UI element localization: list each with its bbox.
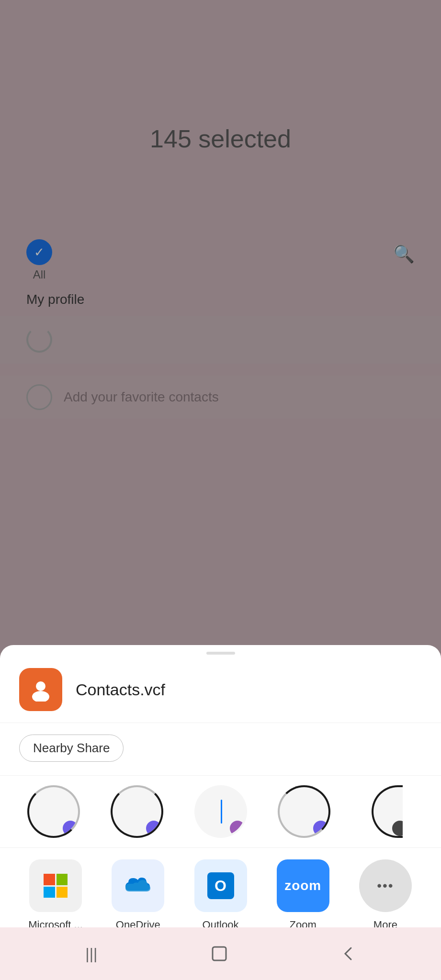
ms-cell-red (44, 874, 55, 885)
avatar-circle-4 (278, 785, 330, 838)
outlook-box-icon: O (207, 872, 234, 899)
svg-rect-2 (213, 947, 226, 960)
avatar-badge-2 (146, 821, 161, 836)
avatar-badge-1 (63, 821, 78, 836)
app-icon-zoom: zoom (277, 859, 329, 912)
nav-home-button[interactable] (211, 945, 228, 962)
avatar-item-3[interactable] (181, 785, 260, 838)
avatar-item-1[interactable] (14, 785, 93, 838)
nearby-share-label: Nearby Share (33, 741, 110, 756)
app-icon-more: ••• (359, 859, 412, 912)
ms-cell-blue (44, 887, 55, 898)
avatar-row (0, 776, 441, 848)
avatar-circle-2 (111, 785, 163, 838)
app-icon-onedrive (112, 859, 164, 912)
svg-point-0 (36, 681, 45, 691)
app-icon-outlook: O (194, 859, 247, 912)
file-name-label: Contacts.vcf (76, 680, 165, 699)
avatar-item-4[interactable] (265, 785, 343, 838)
nav-bar: ||| (0, 927, 441, 980)
app-icon-microsoft (29, 859, 82, 912)
contacts-file-icon (19, 668, 62, 711)
avatar-item-5[interactable] (348, 785, 427, 838)
sheet-header: Contacts.vcf (0, 655, 441, 723)
nav-menu-button[interactable]: ||| (85, 945, 97, 963)
ms-cell-yellow (57, 887, 68, 898)
avatar-circle-1 (27, 785, 80, 838)
more-dots-icon: ••• (377, 878, 394, 893)
nearby-share-button[interactable]: Nearby Share (19, 735, 124, 762)
avatar-item-2[interactable] (98, 785, 176, 838)
menu-icon: ||| (85, 945, 97, 963)
back-icon (341, 945, 356, 962)
home-icon (211, 945, 228, 962)
nearby-share-row: Nearby Share (0, 723, 441, 776)
avatar-circle-3 (194, 785, 247, 838)
microsoft-grid-icon (44, 874, 68, 898)
cursor-indicator (221, 800, 222, 824)
svg-point-1 (32, 691, 49, 702)
avatar-badge-4 (313, 821, 328, 836)
avatar-circle-5 (372, 785, 403, 838)
ms-cell-green (57, 874, 68, 885)
nav-back-button[interactable] (341, 945, 356, 962)
